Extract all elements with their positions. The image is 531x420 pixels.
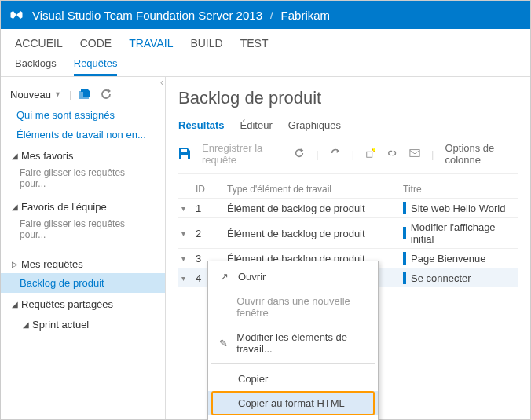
save-query-label[interactable]: Enregistrer la requête	[202, 142, 283, 166]
tab-editor[interactable]: Éditeur	[240, 119, 273, 131]
mail-icon[interactable]	[409, 148, 420, 160]
context-menu: ↗ Ouvrir Ouvrir dans une nouvelle fenêtr…	[207, 261, 379, 420]
tab-work[interactable]: TRAVAIL	[129, 37, 173, 49]
save-query-icon[interactable]	[178, 148, 191, 160]
sidebar-drag-hint: Faire glisser les requêtes pour...	[1, 165, 165, 195]
status-bar-icon	[403, 202, 406, 214]
sidebar-myfav-head[interactable]: ◢Mes favoris	[1, 144, 165, 165]
svg-rect-0	[181, 149, 187, 152]
header-bar: Visual Studio Team Foundation Server 201…	[1, 1, 530, 29]
table-row[interactable]: ▾ 1 Élément de backlog de produit Site w…	[178, 198, 518, 217]
col-title[interactable]: Titre	[403, 184, 518, 195]
tab-results[interactable]: Résultats	[178, 119, 225, 131]
tab-build[interactable]: BUILD	[190, 37, 222, 49]
status-bar-icon	[403, 252, 406, 265]
product-title: Visual Studio Team Foundation Server 201…	[32, 9, 262, 22]
status-bar-icon	[403, 227, 406, 239]
breadcrumb-sep: /	[270, 9, 273, 21]
sidebar-assigned-link[interactable]: Qui me sont assignés	[1, 105, 165, 125]
redo-icon[interactable]	[330, 148, 341, 160]
query-toolbar: Enregistrer la requête | | | Options de …	[178, 137, 518, 174]
ctx-edit[interactable]: ✎ Modifier les éléments de travail...	[208, 325, 378, 361]
tab-charts[interactable]: Graphiques	[288, 119, 341, 131]
status-bar-icon	[403, 272, 406, 284]
column-options[interactable]: Options de colonne	[445, 142, 518, 166]
ctx-copy-html[interactable]: Copier au format HTML	[208, 391, 378, 415]
ctx-separator	[211, 418, 375, 418]
primary-tabs: ACCUEIL CODE TRAVAIL BUILD TEST	[1, 29, 530, 53]
sidebar-drag-hint: Faire glisser les requêtes pour...	[1, 216, 165, 247]
project-name[interactable]: Fabrikam	[281, 9, 331, 22]
sidebar-shared-head[interactable]: ◢Requêtes partagées	[1, 293, 165, 313]
ctx-copy[interactable]: Copier	[208, 367, 378, 391]
sidebar-myqueries-head[interactable]: ▷Mes requêtes	[1, 253, 165, 273]
svg-rect-4	[410, 150, 419, 157]
ctx-open-new: Ouvrir dans une nouvelle fenêtre	[208, 289, 378, 325]
pencil-icon: ✎	[218, 338, 229, 349]
svg-point-3	[373, 148, 376, 152]
table-row[interactable]: ▾ 2 Élément de backlog de produit Modifi…	[178, 217, 518, 248]
ctx-open[interactable]: ↗ Ouvrir	[208, 265, 378, 289]
save-all-icon[interactable]	[79, 88, 92, 100]
expand-icon[interactable]: ▾	[178, 274, 196, 283]
tab-queries[interactable]: Requêtes	[74, 57, 118, 76]
link-icon[interactable]	[387, 148, 398, 160]
vs-logo-icon	[9, 7, 24, 23]
new-linked-icon[interactable]	[365, 148, 376, 160]
tab-code[interactable]: CODE	[80, 37, 112, 49]
sidebar-teamfav-head[interactable]: ◢Favoris de l'équipe	[1, 195, 165, 216]
sidebar-item-backlog[interactable]: Backlog de produit	[1, 273, 165, 293]
sidebar: ‹ Nouveau ▼ | Qui me sont assignés Éléme…	[1, 77, 166, 420]
refresh-icon[interactable]	[100, 88, 112, 100]
ctx-separator	[211, 363, 375, 364]
refresh-icon[interactable]	[294, 148, 305, 160]
sidebar-sprint-head[interactable]: ◢Sprint actuel	[1, 313, 165, 334]
results-tabs: Résultats Éditeur Graphiques	[178, 119, 518, 131]
sidebar-unsaved-link[interactable]: Éléments de travail non en...	[1, 125, 165, 144]
expand-icon[interactable]: ▾	[178, 229, 196, 238]
tab-backlogs[interactable]: Backlogs	[15, 57, 57, 76]
tab-test[interactable]: TEST	[240, 37, 269, 49]
new-dropdown[interactable]: Nouveau ▼	[10, 89, 61, 100]
svg-rect-1	[181, 155, 188, 159]
page-title: Backlog de produit	[178, 88, 518, 108]
svg-rect-2	[367, 152, 372, 157]
col-id[interactable]: ID	[196, 184, 227, 195]
open-arrow-icon: ↗	[218, 271, 230, 283]
tab-home[interactable]: ACCUEIL	[15, 37, 63, 49]
expand-icon[interactable]: ▾	[178, 204, 196, 213]
secondary-tabs: Backlogs Requêtes	[1, 53, 530, 76]
expand-icon[interactable]: ▾	[178, 254, 196, 263]
col-type[interactable]: Type d'élément de travail	[227, 184, 403, 195]
collapse-handle-icon[interactable]: ‹	[160, 77, 163, 88]
